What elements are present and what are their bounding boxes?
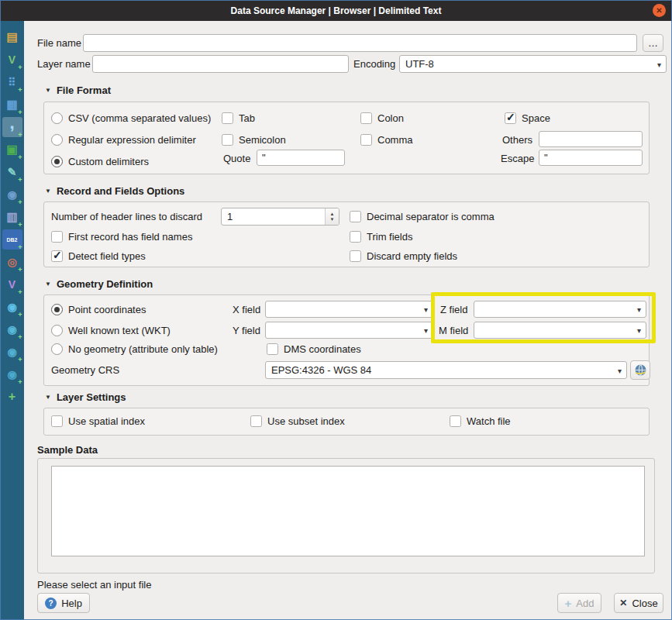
wfs-layer-icon[interactable]: ◉	[2, 319, 22, 339]
virtual-layer-icon[interactable]: V	[2, 274, 22, 294]
wms-layer-icon[interactable]: ◉	[2, 297, 22, 317]
titlebar: Data Source Manager | Browser | Delimite…	[0, 0, 672, 21]
help-button[interactable]: ? Help	[37, 593, 90, 613]
escape-label: Escape	[501, 153, 534, 164]
sample-data-area[interactable]	[51, 466, 645, 556]
others-input[interactable]	[539, 131, 643, 147]
vector-layer-icon[interactable]: V	[2, 50, 22, 70]
point-coordinates-radio[interactable]: Point coordinates	[51, 302, 146, 316]
checkbox-icon	[450, 415, 461, 427]
semicolon-checkbox[interactable]: Semicolon	[222, 133, 286, 146]
comma-checkbox[interactable]: Comma	[360, 133, 413, 146]
browse-button[interactable]: …	[643, 34, 663, 52]
no-geometry-radio[interactable]: No geometry (attribute only table)	[51, 342, 218, 356]
colon-checkbox[interactable]: Colon	[360, 111, 404, 125]
escape-input[interactable]	[539, 150, 643, 166]
file-format-title: File Format	[57, 84, 111, 96]
decimal-separator-checkbox-label: Decimal separator is comma	[367, 211, 495, 222]
decimal-separator-checkbox[interactable]: Decimal separator is comma	[350, 209, 495, 223]
collapse-arrow-icon: ▼	[45, 188, 51, 195]
status-text: Please select an input file	[37, 579, 151, 591]
point-coordinates-radio-label: Point coordinates	[68, 304, 146, 315]
record-options-title: Record and Fields Options	[57, 185, 184, 197]
add-button[interactable]: + Add	[557, 593, 601, 613]
mssql-icon[interactable]: ▥	[2, 207, 22, 227]
help-icon: ?	[45, 598, 57, 609]
wkt-radio[interactable]: Well known text (WKT)	[51, 323, 171, 337]
discard-empty-checkbox[interactable]: Discard empty fields	[350, 249, 457, 263]
window-title: Data Source Manager | Browser | Delimite…	[231, 5, 442, 16]
add-icon: +	[565, 597, 572, 610]
layer-settings-header[interactable]: ▼ Layer Settings	[45, 391, 126, 403]
close-button-label: Close	[632, 598, 657, 609]
checkbox-icon	[222, 112, 233, 124]
m-field-select[interactable]: ▾	[474, 322, 646, 339]
spatialite-icon[interactable]: ✎	[2, 162, 22, 182]
wkt-radio-label: Well known text (WKT)	[68, 325, 171, 336]
csv-radio[interactable]: CSV (comma separated values)	[51, 111, 211, 125]
dms-coordinates-checkbox[interactable]: DMS coordinates	[267, 342, 361, 356]
comma-checkbox-label: Comma	[377, 134, 413, 146]
file-format-header[interactable]: ▼ File Format	[45, 84, 111, 96]
y-field-select[interactable]: ▾	[265, 322, 433, 339]
first-record-checkbox-label: First record has field names	[68, 231, 192, 243]
header-lines-spinner[interactable]: 1 ▲ ▼	[221, 208, 339, 226]
file-name-label: File name	[37, 37, 81, 49]
chevron-down-icon: ▾	[618, 366, 622, 374]
quote-input[interactable]	[257, 150, 345, 166]
geopackage-icon[interactable]: ▣	[2, 140, 22, 160]
chevron-down-icon: ▾	[637, 305, 641, 314]
watch-file-checkbox-label: Watch file	[467, 415, 511, 427]
checkbox-icon	[51, 231, 63, 243]
add-button-label: Add	[576, 598, 594, 609]
sample-data-title: Sample Data	[37, 444, 98, 456]
geometry-crs-label: Geometry CRS	[51, 364, 119, 376]
window-close-button[interactable]: ✕	[653, 4, 666, 17]
browser-folder-icon[interactable]: ▤	[2, 27, 22, 47]
arcgis-layer-icon[interactable]: ◉	[2, 364, 22, 384]
x-field-label: X field	[233, 304, 260, 315]
tab-checkbox[interactable]: Tab	[222, 111, 255, 125]
trim-fields-checkbox[interactable]: Trim fields	[350, 229, 412, 243]
mesh-layer-icon[interactable]: ⠿	[2, 72, 22, 92]
regex-radio-label: Regular expression delimiter	[68, 134, 196, 146]
delimited-text-icon[interactable]: ,	[2, 117, 22, 137]
x-field-select[interactable]: ▾	[265, 301, 433, 318]
plugin-source-icon[interactable]: +	[2, 387, 22, 407]
chevron-down-icon: ▾	[657, 60, 661, 68]
spinner-buttons[interactable]: ▲ ▼	[325, 208, 339, 225]
watch-file-checkbox[interactable]: Watch file	[450, 414, 511, 428]
postgis-icon[interactable]: ◉	[2, 184, 22, 205]
geometry-definition-title: Geometry Definition	[57, 278, 153, 290]
z-field-select[interactable]: ▾	[474, 301, 646, 318]
file-name-input[interactable]	[83, 34, 637, 52]
spin-up-icon[interactable]: ▲	[330, 212, 335, 217]
subset-index-checkbox-label: Use subset index	[267, 415, 345, 427]
custom-delimiters-radio-label: Custom delimiters	[68, 156, 149, 167]
geometry-crs-select[interactable]: EPSG:4326 - WGS 84 ▾	[265, 361, 627, 379]
help-button-label: Help	[61, 598, 82, 609]
dms-coordinates-checkbox-label: DMS coordinates	[284, 343, 361, 355]
close-button[interactable]: ✕ Close	[614, 593, 663, 613]
db2-icon[interactable]: DB2	[2, 229, 22, 250]
record-options-header[interactable]: ▼ Record and Fields Options	[45, 185, 184, 197]
detect-field-types-checkbox[interactable]: Detect field types	[51, 249, 146, 263]
space-checkbox[interactable]: Space	[505, 111, 550, 125]
custom-delimiters-radio[interactable]: Custom delimiters	[51, 154, 149, 168]
spin-down-icon[interactable]: ▼	[330, 217, 335, 222]
oracle-icon[interactable]: ◎	[2, 252, 22, 272]
spatial-index-checkbox[interactable]: Use spatial index	[51, 414, 145, 428]
geometry-definition-header[interactable]: ▼ Geometry Definition	[45, 278, 153, 290]
wcs-layer-icon[interactable]: ◉	[2, 342, 22, 362]
checkbox-icon	[222, 134, 233, 146]
subset-index-checkbox[interactable]: Use subset index	[250, 414, 345, 428]
checkbox-icon	[360, 112, 372, 124]
encoding-select[interactable]: UTF-8 ▾	[399, 55, 667, 73]
first-record-checkbox[interactable]: First record has field names	[51, 229, 192, 243]
chevron-down-icon: ▾	[424, 326, 428, 335]
quote-label: Quote	[223, 153, 250, 164]
layer-name-input[interactable]	[92, 55, 349, 73]
select-crs-button[interactable]	[630, 360, 650, 380]
regex-radio[interactable]: Regular expression delimiter	[51, 133, 196, 146]
checkbox-icon	[505, 112, 516, 124]
